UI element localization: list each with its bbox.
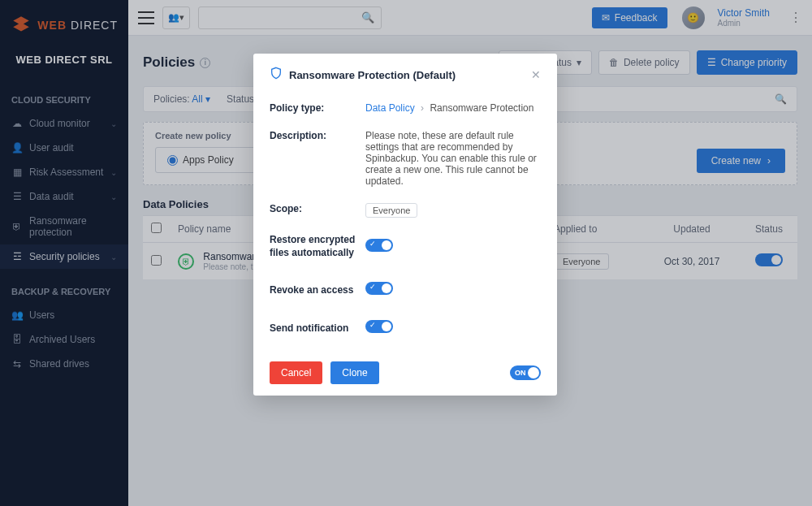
restore-label: Restore encrypted files automatically: [270, 234, 365, 259]
notify-label: Send notification: [270, 322, 365, 334]
breadcrumb-data-policy[interactable]: Data Policy: [365, 102, 415, 114]
revoke-toggle[interactable]: [365, 282, 393, 295]
scope-value: Everyone: [365, 203, 417, 218]
restore-toggle[interactable]: [365, 239, 393, 252]
notify-toggle[interactable]: [365, 320, 393, 333]
cancel-button[interactable]: Cancel: [270, 361, 322, 384]
scope-label: Scope:: [270, 203, 365, 218]
description-label: Description:: [270, 130, 365, 187]
close-icon[interactable]: ✕: [531, 68, 541, 81]
revoke-label: Revoke an access: [270, 284, 365, 296]
policy-type-breadcrumb: Data Policy › Ransomware Protection: [365, 102, 541, 114]
modal-title: Ransomware Protection (Default): [289, 69, 456, 81]
chevron-right-icon: ›: [421, 102, 424, 114]
master-on-toggle[interactable]: ON: [510, 365, 541, 380]
description-text: Please note, these are default rule sett…: [365, 130, 541, 187]
ransomware-policy-modal: Ransomware Protection (Default) ✕ Policy…: [253, 54, 557, 396]
policy-type-label: Policy type:: [270, 102, 365, 114]
clone-button[interactable]: Clone: [330, 361, 378, 384]
shield-icon: [270, 67, 283, 83]
